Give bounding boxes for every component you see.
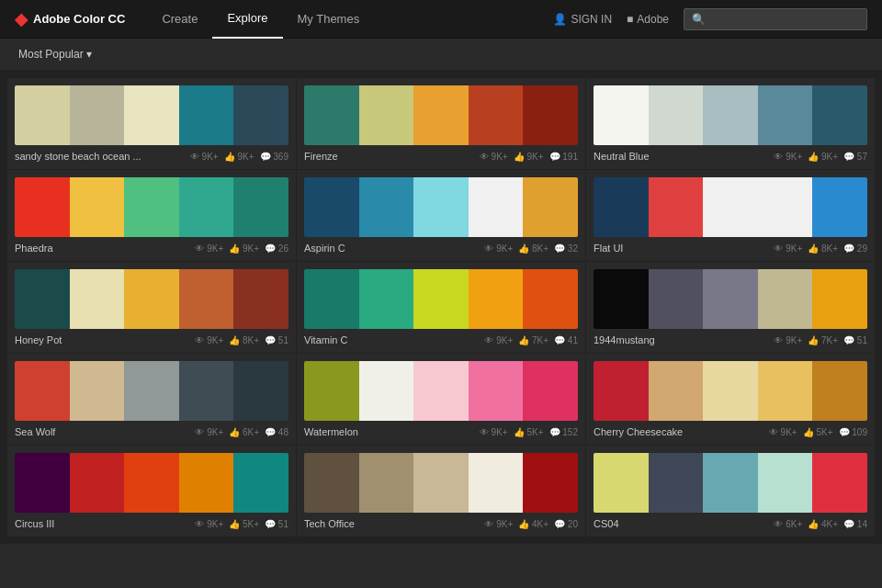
theme-card: Flat UI 👁 9K+ 👍 8K+ 💬 29: [586, 170, 875, 261]
color-swatch: [469, 177, 524, 237]
adobe-icon: ◆: [15, 9, 28, 29]
color-swatch: [179, 453, 234, 513]
sign-in-button[interactable]: 👤 SIGN IN: [553, 13, 612, 26]
theme-card: Neutral Blue 👁 9K+ 👍 9K+ 💬 57: [586, 78, 875, 169]
likes-stat: 👍 9K+: [224, 152, 254, 162]
palette[interactable]: [304, 85, 578, 145]
theme-stats: 👁 9K+ 👍 5K+ 💬 152: [480, 427, 578, 437]
palette[interactable]: [15, 453, 288, 513]
views-stat: 👁 9K+: [774, 152, 802, 162]
nav-create[interactable]: Create: [147, 0, 212, 39]
theme-info: Aspirin C 👁 9K+ 👍 8K+ 💬 32: [304, 243, 578, 254]
palette[interactable]: [304, 453, 578, 513]
theme-info: CS04 👁 6K+ 👍 4K+ 💬 14: [594, 518, 867, 529]
theme-info: Flat UI 👁 9K+ 👍 8K+ 💬 29: [594, 243, 867, 254]
likes-stat: 👍 9K+: [514, 152, 544, 162]
palette[interactable]: [594, 269, 867, 329]
views-stat: 👁 9K+: [480, 152, 508, 162]
theme-info: Sea Wolf 👁 9K+ 👍 6K+ 💬 48: [15, 426, 288, 437]
palette[interactable]: [15, 361, 288, 421]
theme-info: sandy stone beach ocean ... 👁 9K+ 👍 9K+ …: [15, 151, 288, 162]
color-swatch: [179, 85, 234, 145]
color-swatch: [523, 177, 578, 237]
color-swatch: [304, 453, 359, 513]
palette[interactable]: [594, 85, 867, 145]
color-swatch: [594, 453, 649, 513]
theme-info: Cherry Cheesecake 👁 9K+ 👍 5K+ 💬 109: [594, 426, 867, 437]
color-swatch: [124, 177, 179, 237]
views-stat: 👁 9K+: [195, 519, 223, 529]
palette[interactable]: [594, 177, 867, 237]
color-swatch: [70, 85, 125, 145]
theme-name: Cherry Cheesecake: [594, 426, 769, 437]
color-swatch: [649, 453, 704, 513]
color-swatch: [124, 361, 179, 421]
likes-stat: 👍 4K+: [518, 519, 548, 529]
color-swatch: [304, 361, 359, 421]
color-swatch: [594, 85, 649, 145]
views-stat: 👁 9K+: [195, 335, 223, 345]
color-swatch: [304, 177, 359, 237]
theme-name: Watermelon: [304, 426, 480, 437]
theme-stats: 👁 9K+ 👍 8K+ 💬 32: [484, 243, 578, 254]
color-swatch: [15, 361, 70, 421]
theme-card: Honey Pot 👁 9K+ 👍 8K+ 💬 51: [7, 262, 296, 353]
theme-name: Tech Office: [304, 518, 484, 529]
theme-stats: 👁 9K+ 👍 8K+ 💬 51: [195, 335, 288, 345]
logo: ◆ Adobe Color CC: [15, 9, 125, 29]
color-swatch: [15, 453, 70, 513]
comments-stat: 💬 32: [554, 243, 578, 254]
likes-stat: 👍 9K+: [229, 243, 259, 254]
theme-stats: 👁 9K+ 👍 5K+ 💬 109: [769, 427, 867, 437]
theme-stats: 👁 9K+ 👍 7K+ 💬 41: [484, 335, 578, 345]
color-swatch: [304, 269, 359, 329]
theme-info: Vitamin C 👁 9K+ 👍 7K+ 💬 41: [304, 334, 578, 345]
color-swatch: [703, 85, 758, 145]
color-swatch: [15, 177, 70, 237]
theme-name: Firenze: [304, 151, 480, 162]
color-swatch: [703, 361, 758, 421]
color-swatch: [70, 453, 125, 513]
sub-header: Most Popular ▾: [0, 39, 882, 71]
palette[interactable]: [15, 85, 288, 145]
palette[interactable]: [304, 177, 578, 237]
theme-info: Honey Pot 👁 9K+ 👍 8K+ 💬 51: [15, 334, 288, 345]
theme-stats: 👁 6K+ 👍 4K+ 💬 14: [774, 519, 867, 529]
theme-card: Cherry Cheesecake 👁 9K+ 👍 5K+ 💬 109: [586, 354, 875, 445]
palette[interactable]: [15, 269, 288, 329]
nav-my-themes[interactable]: My Themes: [283, 0, 375, 39]
color-swatch: [812, 177, 867, 237]
palette[interactable]: [15, 177, 288, 237]
color-swatch: [233, 361, 288, 421]
color-swatch: [179, 269, 234, 329]
theme-name: Neutral Blue: [594, 151, 774, 162]
color-swatch: [413, 85, 469, 145]
likes-stat: 👍 7K+: [518, 335, 548, 345]
color-swatch: [359, 453, 414, 513]
comments-stat: 💬 51: [843, 335, 867, 345]
search-input[interactable]: [684, 8, 867, 30]
theme-info: 1944mustang 👁 9K+ 👍 7K+ 💬 51: [594, 334, 867, 345]
views-stat: 👁 9K+: [195, 243, 223, 254]
nav-explore[interactable]: Explore: [212, 0, 282, 39]
theme-name: Phaedra: [15, 243, 195, 254]
palette[interactable]: [304, 269, 578, 329]
color-swatch: [758, 453, 813, 513]
color-swatch: [124, 85, 179, 145]
palette[interactable]: [594, 453, 867, 513]
palette[interactable]: [304, 361, 578, 421]
comments-stat: 💬 41: [554, 335, 578, 345]
most-popular-filter[interactable]: Most Popular ▾: [18, 48, 92, 61]
theme-name: 1944mustang: [594, 334, 774, 345]
theme-name: Flat UI: [594, 243, 774, 254]
theme-name: sandy stone beach ocean ...: [15, 151, 190, 162]
theme-card: sandy stone beach ocean ... 👁 9K+ 👍 9K+ …: [7, 78, 296, 169]
color-swatch: [703, 269, 758, 329]
theme-info: Firenze 👁 9K+ 👍 9K+ 💬 191: [304, 151, 578, 162]
palette[interactable]: [594, 361, 867, 421]
views-stat: 👁 9K+: [480, 427, 508, 437]
color-swatch: [70, 269, 125, 329]
adobe-logo: ■ Adobe: [627, 13, 669, 26]
header: ◆ Adobe Color CC Create Explore My Theme…: [0, 0, 882, 39]
color-swatch: [413, 177, 469, 237]
